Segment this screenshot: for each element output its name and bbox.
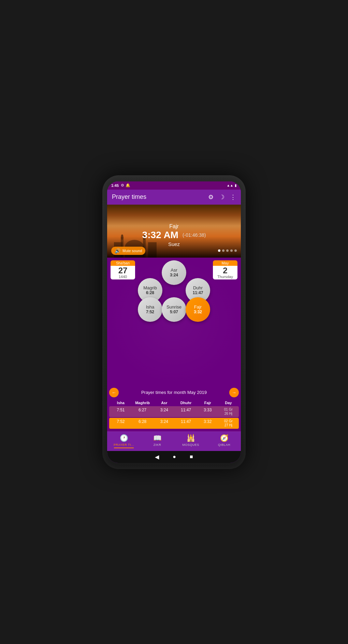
circle-magrib-time: 6:28 [146, 290, 154, 295]
phone-screen: 1:45 ⚙ 🔔 ▲▲ ▮ Prayer times ⚙ ☽ ⋮ [107, 181, 241, 463]
app-bar-icons: ⚙ ☽ ⋮ [208, 193, 236, 201]
mosque-icon: 🕌 [187, 434, 195, 442]
greg-month: May [213, 260, 237, 266]
mute-label: Mute sound [122, 249, 142, 253]
banner-dots [218, 249, 237, 252]
dot-2 [222, 249, 224, 252]
cell-isha-2: 7:52 [110, 419, 132, 427]
dot-5 [234, 249, 237, 252]
circle-sunrise-time: 5:07 [170, 310, 178, 314]
hijri-calendar: Sha'ban 27 1440 [111, 260, 135, 279]
cell-isha-1: 7:51 [110, 408, 132, 416]
more-icon[interactable]: ⋮ [230, 193, 236, 201]
cell-fajr-1: 3:33 [197, 408, 219, 416]
circle-isha[interactable]: Isha 7:52 [138, 297, 162, 322]
circle-isha-time: 7:52 [146, 310, 154, 314]
circle-duhr-time: 11:47 [193, 290, 203, 295]
circle-asr-name: Asr [171, 268, 177, 273]
compass-icon: 🧭 [220, 434, 229, 442]
banner-location: Suez [107, 241, 241, 247]
banner-footer: 🔊 Mute sound [107, 247, 241, 255]
nav-zikr[interactable]: 📖 ZIKR [141, 434, 174, 448]
gregorian-calendar: May 2 Thursday [213, 260, 237, 279]
circle-fajr-name: Fajr [194, 304, 202, 310]
table-header-row: ← Prayer times for month May 2019 → [109, 386, 239, 399]
col-maghrib: Maghrib [132, 401, 154, 405]
prev-month-button[interactable]: ← [109, 388, 119, 397]
prayer-table-section: ← Prayer times for month May 2019 → Isha… [107, 386, 241, 431]
clock-icon: 🕐 [120, 434, 128, 442]
hijri-day: 27 [112, 266, 134, 275]
cell-asr-2: 3:24 [153, 419, 175, 427]
mute-button[interactable]: 🔊 Mute sound [111, 247, 145, 255]
col-day: Day [219, 401, 238, 405]
status-bar: 1:45 ⚙ 🔔 ▲▲ ▮ [107, 181, 241, 190]
bell-status-icon: 🔔 [126, 183, 130, 188]
settings-icon[interactable]: ⚙ [208, 193, 214, 201]
banner-prayer-info: Fajr 3:32 AM (-01:46:38) Suez [107, 223, 241, 247]
nav-prayer-times[interactable]: 🕐 PRAYER TI... [107, 434, 141, 448]
prayer-circles: Asr 3:24 Magrib 6:28 Duhr 11:47 [136, 260, 212, 324]
circle-sunrise[interactable]: Sunrise 5:07 [162, 297, 186, 322]
hijri-body: 27 1440 [111, 266, 135, 279]
calendar-circles-row: Sha'ban 27 1440 Asr 3:24 Magrib [110, 260, 238, 324]
greg-body: 2 Thursday [213, 266, 237, 279]
circle-fajr-time: 3:32 [194, 310, 202, 314]
table-row[interactable]: 7:51 6:27 3:24 11:47 3:33 01 Gr26 Hj [109, 406, 239, 417]
settings-status-icon: ⚙ [121, 183, 124, 188]
table-title: Prayer times for month May 2019 [119, 390, 229, 395]
circle-asr-time: 3:24 [170, 273, 178, 277]
status-right: ▲▲ ▮ [227, 183, 237, 187]
prayer-section: Sha'ban 27 1440 Asr 3:24 Magrib [107, 258, 241, 386]
cell-fajr-2: 3:32 [197, 419, 219, 427]
col-dhuhr: Dhuhr [175, 401, 197, 405]
bottom-nav: 🕐 PRAYER TI... 📖 ZIKR 🕌 MOSQUES 🧭 QIBLAH [107, 431, 241, 451]
circle-sunrise-name: Sunrise [166, 304, 182, 310]
system-nav: ◀ ● ■ [107, 451, 241, 463]
greg-day: 2 [214, 266, 236, 275]
nav-qiblah-label: QIBLAH [218, 443, 230, 447]
phone-device: 1:45 ⚙ 🔔 ▲▲ ▮ Prayer times ⚙ ☽ ⋮ [102, 175, 246, 469]
prayer-banner: Fajr 3:32 AM (-01:46:38) Suez 🔊 Mute sou… [107, 205, 241, 258]
speaker-icon: 🔊 [115, 248, 120, 254]
nav-prayer-label: PRAYER TI... [114, 443, 134, 447]
col-asr: Asr [153, 401, 175, 405]
cell-dhuhr-2: 11:47 [175, 419, 197, 427]
cell-asr-1: 3:24 [153, 408, 175, 416]
hijri-month: Sha'ban [111, 260, 135, 266]
circle-isha-name: Isha [146, 304, 155, 310]
dot-3 [226, 249, 229, 252]
banner-prayer-name: Fajr [107, 223, 241, 230]
table-columns: Isha Maghrib Asr Dhuhr Fajr Day [109, 399, 239, 406]
back-button[interactable]: ◀ [155, 454, 159, 460]
dot-4 [230, 249, 233, 252]
status-icons: ⚙ 🔔 [121, 183, 130, 188]
home-button[interactable]: ● [173, 454, 176, 460]
table-row-active[interactable]: 7:52 6:28 3:24 11:47 3:32 02 Gr27 Hj [109, 418, 239, 429]
status-time: 1:45 [111, 183, 119, 188]
next-month-button[interactable]: → [229, 388, 239, 397]
cell-day-2: 02 Gr27 Hj [219, 419, 238, 427]
greg-weekday: Thursday [214, 275, 236, 279]
active-indicator [114, 448, 134, 448]
nav-qiblah[interactable]: 🧭 QIBLAH [207, 434, 241, 448]
nav-zikr-label: ZIKR [154, 443, 161, 447]
nav-mosques-label: MOSQUES [182, 443, 199, 447]
circle-fajr[interactable]: Fajr 3:32 [186, 297, 210, 322]
app-bar: Prayer times ⚙ ☽ ⋮ [107, 190, 241, 205]
cell-maghrib-1: 6:27 [132, 408, 154, 416]
circle-duhr-name: Duhr [193, 285, 203, 290]
cell-dhuhr-1: 11:47 [175, 408, 197, 416]
banner-time: 3:32 AM [142, 230, 178, 241]
battery-icon: ▮ [235, 183, 237, 187]
recents-button[interactable]: ■ [190, 454, 193, 460]
nav-mosques[interactable]: 🕌 MOSQUES [174, 434, 207, 448]
book-icon: 📖 [153, 434, 162, 442]
circle-magrib-name: Magrib [143, 285, 157, 290]
cell-maghrib-2: 6:28 [132, 419, 154, 427]
signal-icon: ▲▲ [227, 183, 233, 187]
cell-day-1: 01 Gr26 Hj [219, 408, 238, 416]
moon-icon[interactable]: ☽ [219, 193, 224, 201]
circle-asr[interactable]: Asr 3:24 [162, 260, 186, 285]
col-isha: Isha [110, 401, 132, 405]
